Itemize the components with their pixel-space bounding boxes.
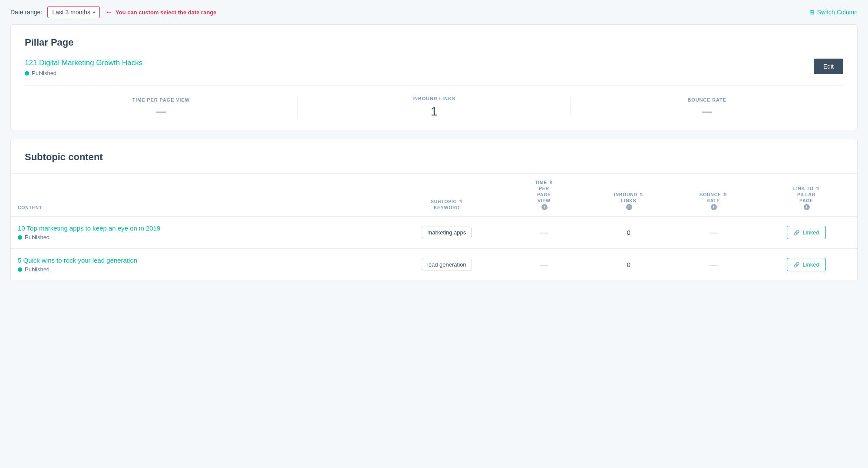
info-icon-link[interactable]: i (804, 204, 810, 210)
td-inbound-1: 0 (586, 249, 671, 281)
sort-icon-time[interactable]: ⇅ (549, 180, 553, 185)
td-link-0: 🔗Linked (756, 217, 857, 249)
link-icon-0: 🔗 (793, 230, 800, 236)
columns-icon: ⊞ (809, 9, 815, 16)
date-range-section: Date range: Last 3 months ▾ ← You can cu… (10, 6, 217, 18)
th-bounce: BOUNCE ⇅ RATE i (671, 174, 756, 217)
status-dot-published (25, 71, 29, 76)
inbound-value-0: 0 (627, 229, 630, 236)
th-link-label2: PILLAR (797, 192, 815, 197)
th-time-label2: PER (539, 186, 549, 191)
th-content-label: CONTENT (18, 205, 42, 210)
info-icon-time[interactable]: i (541, 204, 548, 210)
table-header-row: CONTENT SUBTOPIC ⇅ KEYWORD (11, 174, 857, 217)
th-subtopic-label2: KEYWORD (434, 205, 460, 210)
top-bar: Date range: Last 3 months ▾ ← You can cu… (0, 0, 868, 24)
td-content-0: 10 Top marketing apps to keep an eye on … (11, 217, 392, 249)
th-inbound-label2: LINKS (621, 198, 636, 203)
status-text-0: Published (25, 234, 50, 241)
th-subtopic-label: SUBTOPIC (431, 199, 457, 204)
sort-icon-bounce[interactable]: ⇅ (723, 192, 727, 197)
stat-label-inbound: INBOUND LINKS (413, 96, 455, 101)
th-inbound: INBOUND ⇅ LINKS i (586, 174, 671, 217)
th-link-label3: PAGE (799, 198, 813, 203)
chevron-down-icon: ▾ (93, 10, 95, 15)
td-time-1: — (502, 249, 586, 281)
stat-value-bounce: — (702, 107, 712, 116)
date-hint-text: You can custom select the date range (116, 9, 216, 16)
stat-label-bounce: BOUNCE RATE (687, 97, 726, 102)
th-link: LINK TO ⇅ PILLAR PAGE i (756, 174, 857, 217)
sort-icon-subtopic[interactable]: ⇅ (459, 199, 463, 204)
time-value-1: — (540, 260, 548, 269)
th-subtopic: SUBTOPIC ⇅ KEYWORD (392, 174, 502, 217)
info-icon-inbound[interactable]: i (626, 204, 632, 210)
th-bounce-label2: RATE (706, 198, 720, 203)
pillar-section: Pillar Page 121 Digital Marketing Growth… (11, 25, 857, 86)
stat-bounce-rate: BOUNCE RATE — (570, 97, 843, 116)
main-content: Pillar Page 121 Digital Marketing Growth… (0, 24, 868, 292)
td-keyword-1: lead generation (392, 249, 502, 281)
stat-inbound-links: INBOUND LINKS 1 (297, 96, 571, 118)
pillar-stats-row: TIME PER PAGE VIEW — INBOUND LINKS 1 BOU… (11, 86, 857, 130)
stat-value-inbound: 1 (431, 105, 438, 118)
td-bounce-0: — (671, 217, 756, 249)
arrow-left-icon: ← (105, 8, 113, 17)
th-time-label3: PAGE (537, 192, 551, 197)
td-bounce-1: — (671, 249, 756, 281)
subtopic-card: Subtopic content CONTENT SUBTOPIC ⇅ (10, 139, 858, 281)
bounce-value-0: — (710, 228, 717, 237)
content-link-1[interactable]: 5 Quick wins to rock your lead generatio… (18, 257, 385, 264)
bounce-value-1: — (710, 260, 717, 269)
th-time-label1: TIME (535, 180, 547, 185)
td-link-1: 🔗Linked (756, 249, 857, 281)
stat-label-time: TIME PER PAGE VIEW (132, 97, 190, 102)
td-inbound-0: 0 (586, 217, 671, 249)
switch-columns-button[interactable]: ⊞ Switch Column (809, 9, 858, 16)
sort-icon-link[interactable]: ⇅ (816, 186, 820, 191)
pillar-status-text: Published (32, 70, 56, 76)
date-range-value: Last 3 months (52, 9, 90, 16)
status-dot-1 (18, 267, 22, 272)
edit-button[interactable]: Edit (814, 59, 843, 74)
pillar-page-link[interactable]: 121 Digital Marketing Growth Hacks (25, 59, 142, 67)
subtopic-section-title: Subtopic content (25, 152, 843, 163)
keyword-tag-0: marketing apps (422, 227, 472, 238)
switch-columns-label: Switch Column (817, 9, 858, 16)
table-row: 5 Quick wins to rock your lead generatio… (11, 249, 857, 281)
pillar-status-row: Published (25, 70, 142, 76)
status-text-1: Published (25, 266, 50, 273)
status-dot-0 (18, 235, 22, 240)
td-time-0: — (502, 217, 586, 249)
subtopic-table: CONTENT SUBTOPIC ⇅ KEYWORD (11, 173, 857, 281)
linked-button-1[interactable]: 🔗Linked (787, 258, 825, 271)
info-icon-bounce[interactable]: i (711, 204, 717, 210)
linked-button-0[interactable]: 🔗Linked (787, 226, 825, 239)
stat-time-per-page-view: TIME PER PAGE VIEW — (25, 97, 297, 116)
th-link-label1: LINK TO (793, 186, 814, 191)
table-row: 10 Top marketing apps to keep an eye on … (11, 217, 857, 249)
link-icon-1: 🔗 (793, 262, 800, 268)
th-bounce-label1: BOUNCE (700, 192, 721, 197)
pillar-entry: 121 Digital Marketing Growth Hacks Publi… (25, 59, 843, 86)
pillar-page-card: Pillar Page 121 Digital Marketing Growth… (10, 24, 858, 130)
stat-value-time: — (156, 107, 166, 116)
inbound-value-1: 0 (627, 261, 630, 268)
th-time-label4: VIEW (538, 198, 551, 203)
pillar-info: 121 Digital Marketing Growth Hacks Publi… (25, 59, 142, 76)
th-time: TIME ⇅ PER PAGE VIEW i (502, 174, 586, 217)
keyword-tag-1: lead generation (422, 259, 472, 270)
th-content: CONTENT (11, 174, 392, 217)
th-inbound-label1: INBOUND (614, 192, 637, 197)
td-keyword-0: marketing apps (392, 217, 502, 249)
content-link-0[interactable]: 10 Top marketing apps to keep an eye on … (18, 224, 385, 232)
pillar-page-title: Pillar Page (25, 37, 843, 48)
td-content-1: 5 Quick wins to rock your lead generatio… (11, 249, 392, 281)
date-range-select[interactable]: Last 3 months ▾ (47, 6, 100, 18)
time-value-0: — (540, 228, 548, 237)
date-hint: ← You can custom select the date range (105, 8, 216, 17)
sort-icon-inbound[interactable]: ⇅ (640, 192, 644, 197)
date-range-label: Date range: (10, 9, 42, 16)
subtopic-section: Subtopic content (11, 139, 857, 163)
